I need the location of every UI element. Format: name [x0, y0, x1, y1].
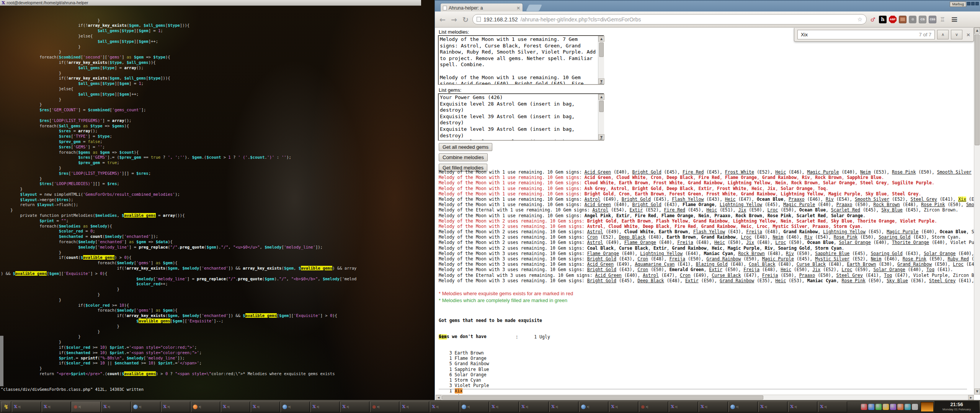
gem-link[interactable]: Flash Yellow	[693, 229, 725, 234]
gem-link[interactable]: Earth Brown	[847, 262, 876, 267]
gem-link[interactable]: Curse Black	[712, 273, 741, 278]
extension-css-icon[interactable]: CSS	[929, 16, 936, 23]
gem-link[interactable]: Acid Green	[587, 262, 614, 267]
gem-link[interactable]: Smooth Silver	[855, 197, 889, 202]
browser-window[interactable]: Ahruna-helper: a × Marbug ← → ↻ 192.168.…	[435, 0, 980, 400]
gem-link[interactable]: Praaxo	[799, 273, 815, 278]
scroll-left-icon[interactable]: ◀	[436, 395, 441, 400]
start-button[interactable]: ↯	[1, 402, 11, 412]
gem-link[interactable]: Lroc	[768, 207, 778, 213]
task-button-xterm[interactable]: Xx|	[221, 402, 250, 412]
gem-link[interactable]: Magic Purple	[807, 169, 839, 175]
gem-link[interactable]: Cron	[680, 273, 691, 278]
gem-link[interactable]: Heic	[725, 197, 736, 202]
gem-link[interactable]: Rose Pink	[841, 278, 865, 283]
gem-link[interactable]: Solar Orange	[924, 251, 956, 256]
gem-link[interactable]: Rock Brown	[738, 251, 764, 256]
find-previous-button[interactable]: ∧	[937, 30, 949, 39]
scroll-up-icon[interactable]: ▲	[598, 36, 604, 42]
gem-link[interactable]: Mystic Silver	[815, 256, 849, 262]
task-button-xterm[interactable]: Xx|	[699, 402, 728, 412]
gem-link[interactable]: Steel Grey	[929, 278, 956, 283]
gem-link[interactable]: Acid Green	[585, 202, 611, 207]
gem-link[interactable]: Flame Orange	[587, 251, 619, 256]
extension-adblock-icon[interactable]: ABP	[889, 16, 897, 23]
gem-link[interactable]: Astrol	[587, 240, 603, 245]
gem-link[interactable]: Astrol	[585, 197, 601, 202]
task-button-xterm[interactable]: Xx|	[818, 402, 847, 412]
gem-link[interactable]: Astrol	[587, 229, 603, 234]
gem-link[interactable]: Riv	[805, 234, 813, 240]
gem-link[interactable]: Heic	[775, 169, 786, 175]
gem-link[interactable]: Aquamarine Cyan	[635, 262, 675, 267]
gem-link[interactable]: Heic	[706, 207, 717, 213]
task-button-xred[interactable]: ⊗x|	[639, 402, 668, 412]
page-vertical-scrollbar[interactable]: ▲ ▼	[974, 28, 980, 395]
back-button[interactable]: ←	[438, 15, 447, 24]
gem-link[interactable]: Magic Purple	[762, 256, 794, 262]
gem-link[interactable]: Neim	[773, 234, 783, 240]
tray-icon[interactable]	[861, 404, 867, 410]
extension-puzzle-icon[interactable]	[909, 16, 916, 23]
gem-link[interactable]: Bright Gold	[587, 267, 616, 272]
task-button-xterm[interactable]: Xx|	[758, 402, 787, 412]
gem-link[interactable]: Grand Rainbow	[706, 256, 741, 262]
gem-link[interactable]: Toq	[926, 267, 934, 272]
task-button-globe[interactable]: x|	[281, 402, 310, 412]
gem-link[interactable]: Sky Blue	[887, 278, 908, 283]
gem-link[interactable]: Solar Orange	[839, 240, 871, 245]
gem-link[interactable]: Grand Rainbow	[720, 278, 754, 283]
extension-h-icon[interactable]: h	[879, 16, 887, 23]
extension-figure-icon[interactable]: ♂	[869, 16, 877, 23]
task-button-xterm[interactable]: Xx|	[669, 402, 698, 412]
gem-link[interactable]: Freija	[743, 267, 760, 272]
page-horizontal-scrollbar[interactable]: ◀ ▶	[436, 395, 974, 400]
gem-link[interactable]: Lroc	[741, 234, 751, 240]
task-button-xred[interactable]: ⊗x|	[370, 402, 399, 412]
task-button-xterm[interactable]: Xx|	[400, 402, 429, 412]
gem-link[interactable]: Acid Green	[595, 273, 622, 278]
gem-link[interactable]: Lightning Yellow	[720, 202, 762, 207]
gem-link[interactable]: Lightning Yellow	[640, 251, 683, 256]
gem-link[interactable]: Smooth Silver	[966, 202, 974, 207]
gem-link[interactable]: Freija	[669, 256, 685, 262]
tab-close-icon[interactable]: ×	[516, 5, 520, 11]
scroll-up-icon[interactable]: ▲	[974, 28, 980, 34]
task-button-xterm[interactable]: Xx|	[788, 402, 817, 412]
task-button-xterm[interactable]: Xx|	[310, 402, 340, 412]
gem-link[interactable]: Scarlet Red	[831, 207, 860, 213]
menu-icon[interactable]: ≡	[951, 16, 958, 23]
task-button-xterm[interactable]: Xx|	[519, 402, 549, 412]
gem-link[interactable]: Bright Gold	[587, 278, 616, 283]
tray-icon[interactable]	[883, 404, 889, 410]
melodies-textarea[interactable]: Melody of the Moon with 1 use remaining.…	[438, 35, 604, 85]
gem-link[interactable]: Sapphire Blue	[815, 251, 849, 256]
gem-link[interactable]: Flame Orange	[624, 240, 656, 245]
find-input[interactable]: Xix 7 of 7	[797, 30, 935, 39]
url-bar[interactable]: 192.168.2.152 /ahruna-helper-git/index.p…	[472, 14, 867, 24]
tray-icon[interactable]	[912, 404, 918, 410]
gem-link[interactable]: Sky Blue	[881, 207, 902, 213]
extension-tv-icon[interactable]	[899, 16, 906, 23]
task-button-xterm[interactable]: Xx|	[549, 402, 578, 412]
gem-link[interactable]: Lroc	[953, 262, 964, 267]
gem-link[interactable]: Fire Red	[683, 169, 704, 175]
gem-link[interactable]: Rose Pink	[903, 256, 926, 262]
task-button-xterm[interactable]: Xx|	[12, 402, 41, 412]
gem-link[interactable]: Fire Red	[664, 207, 685, 213]
reload-button[interactable]: ↻	[461, 15, 470, 24]
forward-button[interactable]: →	[449, 15, 459, 24]
maximize-icon[interactable]	[971, 2, 975, 5]
task-button-xterm[interactable]: Xx|	[609, 402, 638, 412]
combine-melodies-button[interactable]: Combine melodies	[439, 153, 488, 161]
gem-link[interactable]: Magic Purple	[887, 229, 918, 234]
minimize-icon[interactable]	[967, 2, 970, 5]
gem-link[interactable]: Soaring Gold	[879, 234, 910, 240]
gem-link[interactable]: Lroc	[841, 267, 852, 272]
scroll-up-icon[interactable]: ▲	[598, 94, 604, 100]
gem-link[interactable]: Xix	[958, 197, 966, 202]
gem-link[interactable]: Jix	[738, 207, 746, 213]
gem-link[interactable]: Thorite Orange	[892, 240, 929, 245]
find-next-button[interactable]: ∨	[951, 30, 962, 39]
terminal-titlebar[interactable]: X root@development:/home/git/ahruna-help…	[0, 0, 421, 6]
